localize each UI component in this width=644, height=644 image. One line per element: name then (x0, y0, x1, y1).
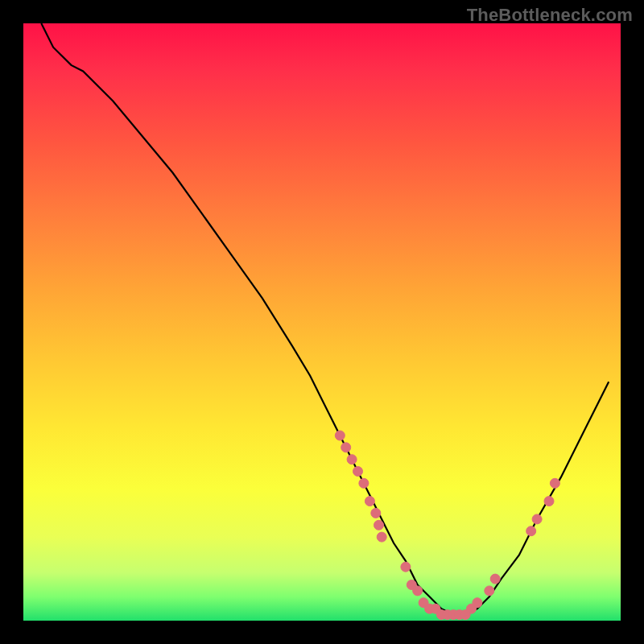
data-point (485, 586, 494, 596)
data-point (473, 598, 482, 608)
data-point (365, 497, 374, 506)
data-point (353, 467, 363, 477)
data-point (377, 532, 386, 542)
data-point (490, 574, 500, 584)
data-point (526, 526, 536, 536)
data-point (374, 520, 384, 530)
data-point (532, 514, 542, 524)
data-point (359, 478, 369, 488)
data-point (371, 508, 381, 518)
data-point (401, 562, 411, 572)
data-point (341, 443, 351, 452)
data-point (544, 497, 554, 506)
watermark-text: TheBottleneck.com (467, 5, 633, 26)
data-point (335, 431, 345, 440)
scatter-layer (335, 431, 559, 620)
data-point (550, 478, 559, 488)
curve-path (41, 23, 609, 615)
data-point (347, 455, 357, 464)
chart-frame: TheBottleneck.com (0, 0, 644, 644)
plot-svg (23, 23, 621, 621)
data-point (413, 586, 423, 596)
